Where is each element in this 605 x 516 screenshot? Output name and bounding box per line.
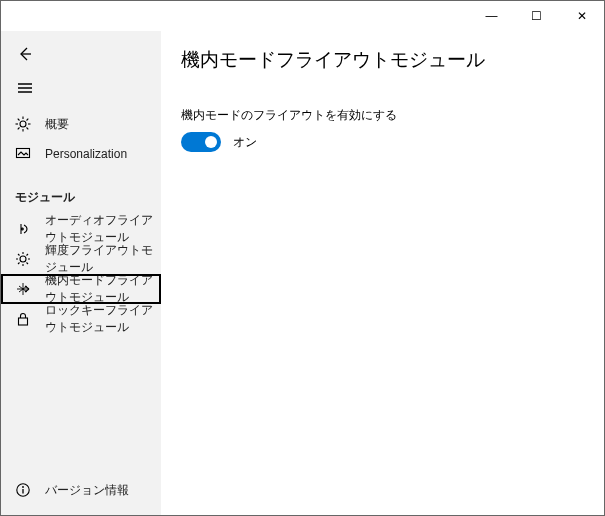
sidebar-item-audio[interactable]: オーディオフライアウトモジュール <box>1 214 161 244</box>
sidebar-item-label: 機内モードフライアウトモジュール <box>45 272 161 306</box>
gear-icon <box>15 116 31 132</box>
hamburger-button[interactable] <box>1 71 161 105</box>
back-button[interactable] <box>1 37 161 71</box>
svg-line-5 <box>18 119 20 121</box>
title-bar: — ☐ ✕ <box>1 1 604 31</box>
svg-line-6 <box>27 128 29 130</box>
brightness-icon <box>15 251 31 267</box>
svg-point-21 <box>22 486 24 488</box>
personalization-icon <box>15 146 31 162</box>
sidebar-item-version[interactable]: バージョン情報 <box>1 475 161 505</box>
svg-line-18 <box>27 254 29 256</box>
sidebar-item-label: 輝度フライアウトモジュール <box>45 242 161 276</box>
window-body: 概要 Personalization モジュール オーデ <box>1 31 604 515</box>
hamburger-icon <box>17 80 33 96</box>
lock-icon <box>15 311 31 327</box>
svg-line-8 <box>27 119 29 121</box>
svg-rect-9 <box>17 149 30 158</box>
close-button[interactable]: ✕ <box>559 1 604 31</box>
sidebar-header <box>1 31 161 109</box>
sidebar-item-overview[interactable]: 概要 <box>1 109 161 139</box>
page-title: 機内モードフライアウトモジュール <box>181 47 584 73</box>
svg-line-15 <box>18 254 20 256</box>
sidebar-item-personalization[interactable]: Personalization <box>1 139 161 169</box>
toggle-knob <box>205 136 217 148</box>
toggle-row: オン <box>181 132 584 152</box>
sidebar-item-label: ロックキーフライアウトモジュール <box>45 302 161 336</box>
svg-point-10 <box>20 256 26 262</box>
toggle-state-label: オン <box>233 134 257 151</box>
info-icon <box>15 482 31 498</box>
sidebar-item-lockkeys[interactable]: ロックキーフライアウトモジュール <box>1 304 161 334</box>
sidebar-item-label: 概要 <box>45 116 69 133</box>
airplane-icon <box>15 281 31 297</box>
maximize-button[interactable]: ☐ <box>514 1 559 31</box>
svg-line-17 <box>18 263 20 265</box>
audio-icon <box>15 221 31 237</box>
svg-point-0 <box>20 121 26 127</box>
content-area: 機内モードフライアウトモジュール 機内モードのフライアウトを有効にする オン <box>161 31 604 515</box>
svg-rect-19 <box>19 318 28 325</box>
sidebar-item-airplane[interactable]: 機内モードフライアウトモジュール <box>1 274 161 304</box>
setting-label: 機内モードのフライアウトを有効にする <box>181 107 584 124</box>
settings-window: — ☐ ✕ <box>0 0 605 516</box>
sidebar-section-modules: モジュール <box>1 169 161 214</box>
sidebar-footer: バージョン情報 <box>1 475 161 515</box>
svg-line-16 <box>27 263 29 265</box>
sidebar-item-label: オーディオフライアウトモジュール <box>45 212 161 246</box>
minimize-button[interactable]: — <box>469 1 514 31</box>
sidebar: 概要 Personalization モジュール オーデ <box>1 31 161 515</box>
svg-line-7 <box>18 128 20 130</box>
enable-toggle[interactable] <box>181 132 221 152</box>
sidebar-item-brightness[interactable]: 輝度フライアウトモジュール <box>1 244 161 274</box>
back-arrow-icon <box>17 46 33 62</box>
sidebar-item-label: Personalization <box>45 147 127 161</box>
sidebar-item-label: バージョン情報 <box>45 482 129 499</box>
